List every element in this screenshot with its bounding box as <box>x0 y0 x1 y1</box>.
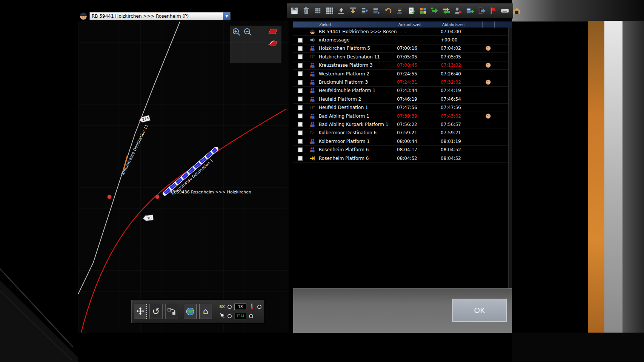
row-checkbox[interactable] <box>298 105 303 110</box>
timetable-row[interactable]: Holzkirchen Platform 507:00:1607:04:02 <box>293 44 512 53</box>
pan-tool-button[interactable] <box>134 304 147 319</box>
add-node-icon[interactable] <box>430 6 440 16</box>
scene-floor-wedge <box>0 245 78 362</box>
hud-radio[interactable] <box>227 314 232 318</box>
timetable-row[interactable]: intromessage+00:00 <box>293 36 512 44</box>
grid-large-icon[interactable] <box>324 6 334 16</box>
row-checkbox[interactable] <box>298 71 303 76</box>
lower-icon[interactable] <box>348 6 358 16</box>
row-checkbox[interactable] <box>298 156 303 161</box>
flag-icon[interactable] <box>488 6 498 16</box>
delete-icon[interactable] <box>301 6 311 16</box>
timetable-row[interactable]: ☞Kolbermoor Destination 607:59:2107:59:2… <box>293 129 512 137</box>
timetable-row[interactable]: ☞Heufeld Destination 107:47:5607:47:56 <box>293 104 512 112</box>
hand-icon: ☞ <box>306 105 319 110</box>
departure-time: 07:45:02 <box>441 114 482 119</box>
home-view-button[interactable]: ⌂ <box>199 304 212 319</box>
waypoint-dot[interactable] <box>108 195 112 199</box>
departure-time: 07:13:02 <box>441 63 482 68</box>
row-checkbox[interactable] <box>298 63 303 68</box>
row-checkbox[interactable] <box>298 114 303 118</box>
route-map[interactable]: Kreuzstrasse Destination 11 Kreuzstrasse… <box>78 21 289 333</box>
departure-time: +00:00 <box>441 37 482 43</box>
swap-icon[interactable] <box>441 6 451 16</box>
insert-row-icon[interactable] <box>360 6 369 16</box>
timetable-row[interactable]: ☞Holzkirchen Destination 1107:05:0507:05… <box>293 53 512 61</box>
timetable-row[interactable]: Kolbermoor Platform 108:00:4408:01:19 <box>293 137 512 146</box>
row-checkbox[interactable] <box>298 54 303 59</box>
scene-top-right <box>557 0 644 21</box>
driver-avatar-icon <box>306 29 319 35</box>
message-icon <box>306 37 319 43</box>
timetable-row[interactable]: Bad Aibling Platform 107:39:3907:45:02 <box>293 112 512 120</box>
remove-icon[interactable] <box>453 6 463 16</box>
destination-label: Kolbermoor Destination 6 <box>319 130 397 135</box>
rotate-tool-button[interactable]: ↺ <box>149 304 162 319</box>
arrival-time: 07:24:55 <box>397 71 441 77</box>
passengers-icon <box>306 62 319 68</box>
row-checkbox[interactable] <box>298 122 303 127</box>
pointer-icon <box>219 313 225 320</box>
toolbar-divider <box>215 303 215 320</box>
hud-radio[interactable] <box>227 305 232 309</box>
row-checkbox[interactable] <box>298 97 303 101</box>
row-checkbox[interactable] <box>298 88 303 93</box>
row-checkbox[interactable] <box>298 80 303 85</box>
timetable-rows: RB 59441 Holzkirchen >>> Rosenhei--:--:-… <box>293 28 512 163</box>
departure-time: 07:56:57 <box>441 122 482 127</box>
arrival-time: 07:59:21 <box>397 130 441 135</box>
raise-icon[interactable] <box>336 6 346 16</box>
departure-time: 08:01:19 <box>441 139 482 144</box>
save-icon[interactable] <box>289 6 299 16</box>
map-hud-cluster: 5X 18 TS14 <box>219 303 261 320</box>
train-service-label: RB 59436 Rosenheim >>> Holzkirchen <box>169 190 251 195</box>
hud-radio[interactable] <box>249 314 253 318</box>
world-view-button[interactable] <box>184 304 197 319</box>
row-checkbox[interactable] <box>298 46 303 51</box>
timetable-row[interactable]: Kreuzstrasse Platform 307:08:4507:13:02 <box>293 61 512 70</box>
tasks-icon[interactable] <box>406 6 416 16</box>
arrival-time: 07:56:22 <box>397 122 441 127</box>
timetable-row[interactable]: Westerham Platform 207:24:5507:26:40 <box>293 70 512 78</box>
timetable-row[interactable]: Heufeld Platform 207:46:1907:46:54 <box>293 95 512 103</box>
timetable-row[interactable]: Rosenheim Platform 608:04:5208:04:52 <box>293 154 512 163</box>
row-checkbox[interactable] <box>298 147 303 152</box>
export-icon[interactable] <box>465 6 475 16</box>
timetable-row[interactable]: Rosenheim Platform 608:04:1708:04:52 <box>293 146 512 154</box>
passengers-icon <box>306 121 319 127</box>
route-map-canvas[interactable]: Kreuzstrasse Destination 11 Kreuzstrasse… <box>78 21 289 333</box>
arrival-time: 07:00:16 <box>397 46 441 51</box>
app-window: RB 59441 Holzkirchen >>> Rosenheim (P) ▼ <box>0 0 644 362</box>
timetable-row[interactable]: RB 59441 Holzkirchen >>> Rosenhei--:--:-… <box>293 28 512 36</box>
driver-icon[interactable] <box>395 6 404 16</box>
jump-tool-button[interactable] <box>165 304 178 319</box>
exit-icon[interactable] <box>476 6 486 16</box>
keyboard-icon[interactable] <box>500 6 510 16</box>
hud-radio[interactable] <box>257 305 261 309</box>
timetable-scrollbar[interactable] <box>508 28 512 288</box>
row-checkbox[interactable] <box>298 130 303 135</box>
timetable-row[interactable]: Heufeldmuhle Platform 107:43:4407:44:19 <box>293 87 512 95</box>
row-checkbox[interactable] <box>298 38 303 43</box>
service-dropdown[interactable]: RB 59441 Holzkirchen >>> Rosenheim (P) ▼ <box>89 12 231 20</box>
arrival-time: 07:39:39 <box>397 114 441 119</box>
arrival-time: 07:24:31 <box>397 80 441 85</box>
departure-time: 08:04:52 <box>441 156 482 161</box>
departure-time: 07:32:02 <box>441 80 482 85</box>
undo-icon[interactable] <box>383 6 393 16</box>
chevron-down-icon[interactable]: ▼ <box>223 12 230 20</box>
grid-small-icon[interactable] <box>313 6 323 16</box>
timetable-row[interactable]: Bad Aibling Kurpark Platform 107:56:2207… <box>293 120 512 129</box>
header-abfahrtszeit[interactable]: Abfahrtszeit <box>441 21 482 28</box>
destination-label: intromessage <box>319 37 397 43</box>
color-grid-icon[interactable] <box>418 6 428 16</box>
timetable-row[interactable]: Bruckmuhl Platform 307:24:3107:32:02 <box>293 78 512 86</box>
header-ankunftszeit[interactable]: Ankunftszeit <box>397 21 441 28</box>
row-checkbox[interactable] <box>298 139 303 144</box>
depot-icon[interactable] <box>512 6 521 16</box>
header-zielort[interactable]: Zielort <box>318 21 397 28</box>
waypoint-dot[interactable] <box>155 195 160 199</box>
append-row-icon[interactable] <box>371 6 381 16</box>
ok-button[interactable]: OK <box>452 299 507 322</box>
departure-time: 07:47:56 <box>441 105 482 110</box>
